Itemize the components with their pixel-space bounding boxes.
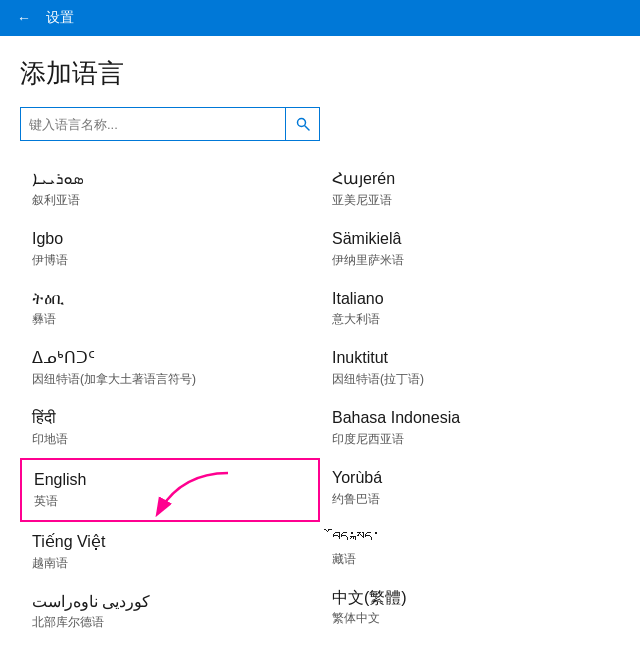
titlebar-label: 设置 (46, 9, 74, 27)
lang-native-name: Հայerén (332, 169, 608, 190)
lang-chinese-name: 因纽特语(拉丁语) (332, 371, 608, 388)
lang-chinese-name: 英语 (34, 493, 306, 510)
lang-native-name: Italiano (332, 289, 608, 310)
language-grid: ܣܘܪܝܝܐ叙利亚语Igbo伊博语ትዕቢ彝语ᐃᓄᒃᑎᑐᑦ因纽特语(加拿大土著语言… (20, 159, 620, 641)
lang-item[interactable]: كوردیی ناوەراست北部库尔德语 (20, 582, 320, 642)
svg-point-0 (297, 119, 305, 127)
lang-native-name: Yorùbá (332, 468, 608, 489)
lang-native-name: 中文(繁體) (332, 588, 608, 609)
lang-item[interactable]: Sämikielâ伊纳里萨米语 (320, 219, 620, 279)
lang-native-name: Bahasa Indonesia (332, 408, 608, 429)
lang-chinese-name: 因纽特语(加拿大土著语言符号) (32, 371, 308, 388)
page-title: 添加语言 (20, 56, 620, 91)
search-box (20, 107, 320, 141)
lang-chinese-name: 彝语 (32, 311, 308, 328)
lang-item[interactable]: Yorùbá约鲁巴语 (320, 458, 620, 518)
lang-chinese-name: 藏语 (332, 551, 608, 568)
lang-native-name: ܣܘܪܝܝܐ (32, 169, 308, 190)
search-icon (296, 117, 310, 131)
lang-chinese-name: 伊纳里萨米语 (332, 252, 608, 269)
svg-line-1 (305, 126, 309, 130)
lang-native-name: Sämikielâ (332, 229, 608, 250)
lang-item[interactable]: Հայerén亚美尼亚语 (320, 159, 620, 219)
lang-chinese-name: 北部库尔德语 (32, 614, 308, 631)
page-content: 添加语言 ܣܘܪܝܝܐ叙利亚语Igbo伊博语ትዕቢ彝语ᐃᓄᒃᑎᑐᑦ因纽特语(加拿… (0, 36, 640, 651)
lang-native-name: English (34, 470, 306, 491)
lang-item[interactable]: 中文(繁體)繁体中文 (320, 578, 620, 638)
lang-chinese-name: 印度尼西亚语 (332, 431, 608, 448)
lang-chinese-name: 印地语 (32, 431, 308, 448)
language-column-left: ܣܘܪܝܝܐ叙利亚语Igbo伊博语ትዕቢ彝语ᐃᓄᒃᑎᑐᑦ因纽特语(加拿大土著语言… (20, 159, 320, 641)
lang-item[interactable]: Italiano意大利语 (320, 279, 620, 339)
lang-item[interactable]: English英语 (20, 458, 320, 522)
lang-item[interactable]: བོད་སྐད་藏语 (320, 518, 620, 578)
lang-item[interactable]: Igbo伊博语 (20, 219, 320, 279)
lang-item[interactable]: Tiếng Việt越南语 (20, 522, 320, 582)
lang-native-name: كوردیی ناوەراست (32, 592, 308, 613)
lang-native-name: ᐃᓄᒃᑎᑐᑦ (32, 348, 308, 369)
lang-item[interactable]: ትዕቢ彝语 (20, 279, 320, 339)
lang-item[interactable]: हिंदी印地语 (20, 398, 320, 458)
lang-native-name: ትዕቢ (32, 289, 308, 310)
lang-chinese-name: 越南语 (32, 555, 308, 572)
search-input[interactable] (21, 117, 285, 132)
lang-chinese-name: 繁体中文 (332, 610, 608, 627)
title-bar: ← 设置 (0, 0, 640, 36)
lang-chinese-name: 亚美尼亚语 (332, 192, 608, 209)
lang-item[interactable]: Bahasa Indonesia印度尼西亚语 (320, 398, 620, 458)
lang-item[interactable]: ᐃᓄᒃᑎᑐᑦ因纽特语(加拿大土著语言符号) (20, 338, 320, 398)
lang-chinese-name: 伊博语 (32, 252, 308, 269)
lang-native-name: Inuktitut (332, 348, 608, 369)
lang-native-name: Tiếng Việt (32, 532, 308, 553)
search-button[interactable] (285, 107, 319, 141)
lang-chinese-name: 约鲁巴语 (332, 491, 608, 508)
lang-chinese-name: 叙利亚语 (32, 192, 308, 209)
lang-native-name: हिंदी (32, 408, 308, 429)
back-button[interactable]: ← (10, 4, 38, 32)
lang-native-name: བོད་སྐད་ (332, 528, 608, 549)
language-column-right: Հայerén亚美尼亚语Sämikielâ伊纳里萨米语Italiano意大利语I… (320, 159, 620, 641)
lang-item[interactable]: ܣܘܪܝܝܐ叙利亚语 (20, 159, 320, 219)
lang-native-name: Igbo (32, 229, 308, 250)
lang-item[interactable]: Inuktitut因纽特语(拉丁语) (320, 338, 620, 398)
lang-chinese-name: 意大利语 (332, 311, 608, 328)
